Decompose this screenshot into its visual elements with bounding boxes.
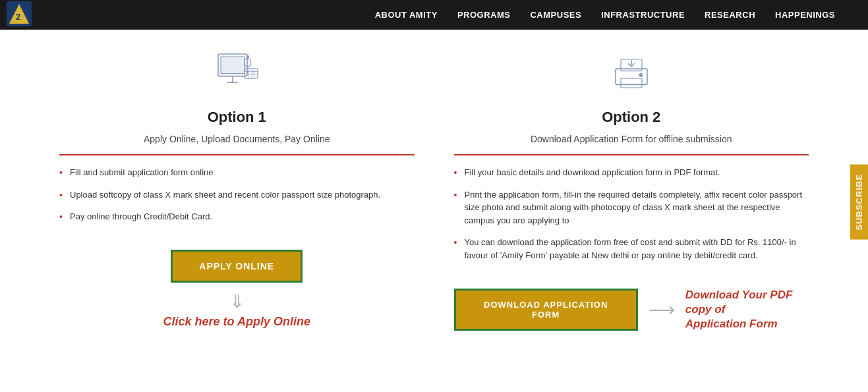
apply-btn-wrapper: APPLY ONLINE ⇓ Click here to Apply Onlin… [163, 250, 310, 329]
list-item: Print the application form, fill-in the … [454, 188, 809, 227]
option1-col: Option 1 Apply Online, Upload Documents,… [40, 30, 434, 345]
list-item: Fill your basic details and download app… [454, 166, 809, 179]
nav-programs[interactable]: PROGRAMS [457, 10, 511, 20]
apply-online-button[interactable]: APPLY ONLINE [171, 250, 303, 283]
nav-campuses[interactable]: CAMPUSES [530, 10, 581, 20]
download-form-button[interactable]: DOWNLOAD APPLICATION FORM [454, 289, 638, 331]
option2-list: Fill your basic details and download app… [454, 166, 809, 271]
logo[interactable]: 2 [7, 1, 32, 29]
svg-rect-7 [245, 69, 258, 78]
nav-links: ABOUT AMITY PROGRAMS CAMPUSES INFRASTRUC… [375, 10, 835, 20]
option2-subtitle: Download Application Form for offline su… [531, 132, 732, 146]
click-here-text: Click here to Apply Online [163, 315, 310, 329]
svg-rect-18 [621, 78, 642, 88]
list-item: Fill and submit application form online [59, 166, 415, 179]
list-item: You can download the application form fr… [454, 236, 809, 262]
option2-title: Option 2 [602, 109, 660, 126]
nav-research[interactable]: RESEARCH [705, 10, 755, 20]
option1-subtitle: Apply Online, Upload Documents, Pay Onli… [144, 132, 330, 146]
option2-divider [454, 154, 809, 155]
option1-divider [59, 154, 415, 155]
main-content: Option 1 Apply Online, Upload Documents,… [0, 30, 868, 345]
svg-rect-4 [221, 57, 245, 74]
download-row: DOWNLOAD APPLICATION FORM ⟶ Download You… [454, 288, 809, 331]
svg-text:2: 2 [16, 12, 20, 22]
option1-title: Option 1 [208, 109, 266, 126]
download-text: Download Your PDF copy ofApplication For… [685, 288, 809, 331]
svg-point-20 [639, 74, 643, 77]
svg-point-15 [246, 55, 248, 57]
nav-infrastructure[interactable]: INFRASTRUCTURE [601, 10, 685, 20]
navbar: 2 ABOUT AMITY PROGRAMS CAMPUSES INFRASTR… [0, 0, 868, 30]
arrow-down-icon: ⇓ [229, 291, 245, 312]
option1-list: Fill and submit application form online … [59, 166, 415, 233]
list-item: Pay online through Credit/Debit Card. [59, 210, 415, 223]
list-item: Upload softcopy of class X mark sheet an… [59, 188, 415, 202]
nav-happenings[interactable]: HAPPENINGS [775, 10, 835, 20]
nav-about-amity[interactable]: ABOUT AMITY [375, 10, 438, 20]
option1-icon [210, 43, 263, 102]
arrow-right-icon: ⟶ [649, 299, 675, 321]
subscribe-button[interactable]: SUBSCRIBE [850, 165, 868, 240]
option2-col: Option 2 Download Application Form for o… [434, 30, 829, 345]
option2-icon [605, 43, 658, 102]
